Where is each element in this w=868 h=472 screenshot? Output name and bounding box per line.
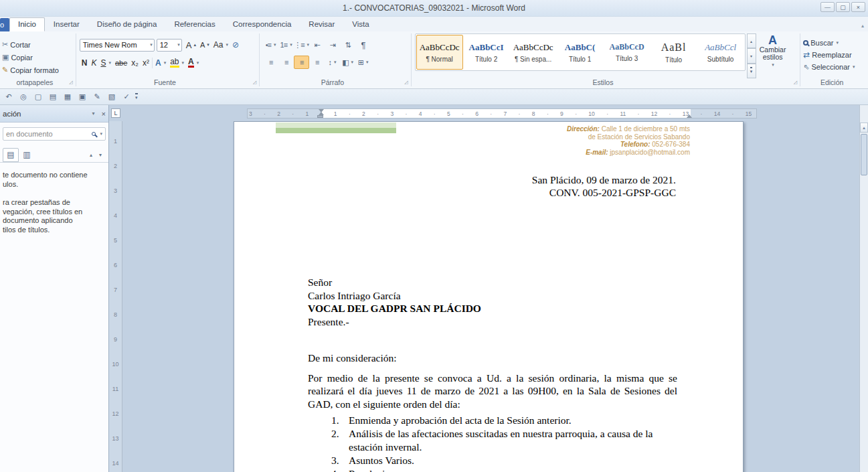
- up-icon: ▴: [863, 125, 865, 131]
- find-button[interactable]: Buscar ▾: [801, 37, 868, 49]
- parrafo-label: Párrafo ◿: [260, 78, 410, 88]
- right-indent-marker[interactable]: [687, 114, 692, 118]
- picture-icon[interactable]: ▧: [106, 91, 118, 103]
- spelling-icon[interactable]: ✓: [120, 91, 133, 103]
- cut-button[interactable]: ✂ Cortar: [0, 38, 75, 51]
- align-center-button[interactable]: ≡: [278, 56, 294, 69]
- replace-button[interactable]: ⇄ Reemplazar: [801, 49, 868, 61]
- gallery-down-button[interactable]: ▾: [747, 48, 756, 63]
- text-effects-button[interactable]: A ▾: [153, 56, 168, 70]
- scroll-up-button[interactable]: ▴: [860, 123, 868, 133]
- format-painter-icon: ✎: [2, 66, 8, 74]
- select-button[interactable]: ⇖ Seleccionar ▾: [801, 61, 868, 73]
- tab-referencias[interactable]: Referencias: [165, 17, 224, 31]
- chevron-down-icon: ▾: [334, 60, 337, 65]
- scrollbar-thumb[interactable]: [861, 134, 867, 175]
- customize-qat-icon[interactable]: ▾: [135, 93, 138, 100]
- decrease-indent-button[interactable]: ⇤: [309, 38, 325, 52]
- underline-button[interactable]: S ▾: [98, 56, 113, 70]
- justify-button[interactable]: ≡: [309, 56, 325, 69]
- title-bar[interactable]: 1.- CONVOCATORIAS_09032021 - Microsoft W…: [0, 0, 868, 17]
- align-left-button[interactable]: ≡: [263, 56, 278, 69]
- sort-icon: ⇅: [345, 41, 351, 50]
- shading-button[interactable]: ◧ ▾: [340, 56, 355, 69]
- align-right-button[interactable]: ≡: [294, 56, 309, 69]
- browse-pages-tab[interactable]: ▥: [19, 148, 35, 162]
- borders-button[interactable]: ⊞ ▾: [355, 56, 371, 69]
- print-preview-icon[interactable]: ◎: [17, 91, 29, 103]
- search-input[interactable]: en documento ▾: [3, 127, 106, 141]
- change-case-button[interactable]: Aa ▾: [211, 38, 230, 52]
- subscript-button[interactable]: x₂: [129, 56, 141, 70]
- navigation-pane: ación ▾ × en documento ▾ ▤ ▥ ▴ ▾ te docu…: [0, 105, 109, 472]
- font-size-combo[interactable]: 12 ▾: [157, 39, 182, 52]
- restore-button[interactable]: ▢: [836, 2, 850, 12]
- bullets-button[interactable]: •≡ ▾: [263, 38, 278, 52]
- sort-button[interactable]: ⇅: [340, 38, 355, 52]
- minimize-icon: —: [824, 4, 831, 11]
- styles-gallery-scroll: ▴ ▾ ▾: [747, 33, 756, 78]
- show-marks-button[interactable]: ¶: [355, 38, 371, 52]
- style-sin-espaciado[interactable]: AaBbCcDc ¶ Sin espa...: [510, 35, 557, 70]
- undo-icon[interactable]: ↶: [3, 91, 15, 103]
- portapapeles-dialog-launcher-icon[interactable]: ◿: [69, 80, 72, 85]
- minimize-ribbon-button[interactable]: ▴: [861, 23, 864, 31]
- style-titulo3[interactable]: AaBbCcD Título 3: [604, 35, 650, 70]
- increase-indent-button[interactable]: ⇥: [325, 38, 340, 52]
- font-family-combo[interactable]: Times New Rom ▾: [80, 39, 155, 52]
- fuente-dialog-launcher-icon[interactable]: ◿: [253, 80, 256, 85]
- numbering-button[interactable]: 1≡ ▾: [278, 38, 294, 52]
- open-icon[interactable]: ▤: [47, 91, 59, 103]
- style-preview: AaBl: [661, 42, 687, 54]
- format-painter-button[interactable]: ✎ Copiar formato: [0, 64, 75, 76]
- style-normal[interactable]: AaBbCcDc ¶ Normal: [416, 35, 463, 70]
- tab-diseno[interactable]: Diseño de página: [88, 17, 166, 31]
- bold-button[interactable]: N: [80, 56, 90, 70]
- multilevel-list-button[interactable]: ⋮≡ ▾: [294, 38, 309, 52]
- file-tab[interactable]: o: [0, 18, 9, 31]
- estilos-dialog-launcher-icon[interactable]: ◿: [794, 80, 797, 85]
- superscript-button[interactable]: x²: [141, 56, 151, 70]
- clear-formatting-button[interactable]: ⊘: [230, 38, 241, 52]
- document-page[interactable]: Dirección: Calle 1 de diciembre a 50 mts…: [234, 121, 744, 472]
- left-indent-marker[interactable]: [317, 115, 323, 118]
- tab-inicio[interactable]: Inicio: [9, 17, 45, 31]
- parrafo-dialog-launcher-icon[interactable]: ◿: [404, 80, 408, 85]
- pane-options-icon[interactable]: ▾: [92, 110, 95, 116]
- quick-print-icon[interactable]: ▦: [62, 91, 74, 103]
- style-preview: AaBbC(: [565, 42, 596, 53]
- change-styles-label: Cambiar estilos: [756, 46, 790, 61]
- tab-vista[interactable]: Vista: [343, 17, 377, 31]
- line-spacing-button[interactable]: ↕ ▾: [325, 56, 340, 69]
- print-layout-icon[interactable]: ▣: [76, 91, 88, 103]
- new-document-icon[interactable]: ▢: [32, 91, 44, 103]
- highlight-color-button[interactable]: ab ▾: [168, 56, 186, 70]
- edit-icon[interactable]: ✎: [91, 91, 103, 103]
- strikethrough-button[interactable]: abe: [113, 56, 129, 70]
- grow-font-button[interactable]: A▴: [184, 38, 198, 52]
- next-result-icon[interactable]: ▾: [99, 152, 102, 158]
- tab-insertar[interactable]: Insertar: [45, 17, 88, 31]
- contact-line-3: Telefono: 052-676-384: [567, 141, 690, 149]
- copy-button[interactable]: ▣ Copiar: [0, 51, 75, 64]
- tab-revisar[interactable]: Revisar: [300, 17, 343, 31]
- style-titulo[interactable]: AaBl Título: [650, 35, 697, 70]
- tab-stop-selector[interactable]: L: [111, 108, 120, 118]
- font-color-button[interactable]: A ▾: [186, 56, 201, 70]
- style-titulo1[interactable]: AaBbC( Título 1: [557, 35, 604, 70]
- gallery-more-button[interactable]: ▾: [747, 64, 756, 78]
- previous-result-icon[interactable]: ▴: [90, 152, 92, 158]
- browse-headings-tab[interactable]: ▤: [3, 148, 19, 162]
- gallery-up-button[interactable]: ▴: [747, 33, 756, 48]
- change-styles-button[interactable]: A Cambiar estilos ▾: [756, 33, 790, 78]
- vertical-scrollbar[interactable]: ▴: [859, 105, 868, 472]
- italic-button[interactable]: K: [89, 56, 98, 70]
- close-pane-icon[interactable]: ×: [102, 110, 106, 118]
- shrink-font-button[interactable]: A▾: [198, 38, 211, 52]
- style-subtitulo[interactable]: AaBbCcl Subtítulo: [697, 35, 744, 70]
- close-button[interactable]: ×: [851, 2, 865, 12]
- tab-correspondencia[interactable]: Correspondencia: [224, 17, 300, 31]
- minimize-button[interactable]: —: [820, 2, 835, 12]
- style-titulo2[interactable]: AaBbCcI Título 2: [463, 35, 510, 70]
- replace-label: Reemplazar: [812, 51, 851, 59]
